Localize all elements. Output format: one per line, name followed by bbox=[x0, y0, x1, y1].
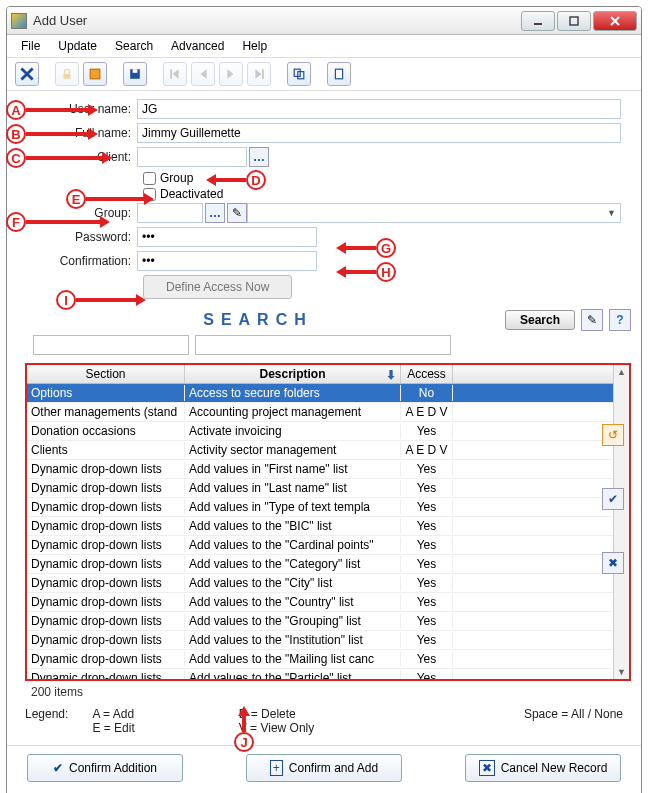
prev-icon[interactable] bbox=[191, 62, 215, 86]
table-row[interactable]: Dynamic drop-down listsAdd values to the… bbox=[27, 517, 613, 536]
table-row[interactable]: Dynamic drop-down listsAdd values in "Ty… bbox=[27, 498, 613, 517]
cell-section: Dynamic drop-down lists bbox=[27, 594, 185, 610]
table-row[interactable]: Other managements (standAccounting proje… bbox=[27, 403, 613, 422]
table-row[interactable]: Dynamic drop-down listsAdd values to the… bbox=[27, 536, 613, 555]
legend-space: Space = All / None bbox=[524, 707, 623, 721]
table-row[interactable]: Dynamic drop-down listsAdd values to the… bbox=[27, 631, 613, 650]
client-field[interactable] bbox=[137, 147, 247, 167]
table-row[interactable]: Dynamic drop-down listsAdd values to the… bbox=[27, 650, 613, 669]
confirm-and-add-button[interactable]: +Confirm and Add bbox=[246, 754, 402, 782]
col-section[interactable]: Section bbox=[27, 365, 185, 383]
confirmation-field[interactable] bbox=[137, 251, 317, 271]
cell-access: Yes bbox=[401, 594, 453, 610]
search-help-button[interactable]: ? bbox=[609, 309, 631, 331]
wrench-icon: ✖ bbox=[608, 556, 618, 570]
ellipsis-icon: … bbox=[253, 150, 265, 164]
next-icon[interactable] bbox=[219, 62, 243, 86]
cell-description: Add values in "First name" list bbox=[185, 461, 401, 477]
group-combo[interactable]: ▼ bbox=[247, 203, 621, 223]
check-icon: ✔ bbox=[608, 492, 618, 506]
cell-access: Yes bbox=[401, 670, 453, 679]
cell-access: Yes bbox=[401, 556, 453, 572]
disk-icon[interactable] bbox=[123, 62, 147, 86]
deactivated-checkbox[interactable] bbox=[143, 188, 156, 201]
group-edit-button[interactable]: ✎ bbox=[227, 203, 247, 223]
password-field[interactable] bbox=[137, 227, 317, 247]
menu-advanced[interactable]: Advanced bbox=[163, 37, 232, 55]
copy-icon[interactable] bbox=[287, 62, 311, 86]
cell-description: Add values to the "BIC" list bbox=[185, 518, 401, 534]
table-count: 200 items bbox=[25, 683, 641, 701]
table-row[interactable]: Donation occasionsActivate invoicingYes bbox=[27, 422, 613, 441]
cell-description: Add values to the "Grouping" list bbox=[185, 613, 401, 629]
search-button[interactable]: Search bbox=[505, 310, 575, 330]
pencil-icon: ✎ bbox=[232, 206, 242, 220]
sort-down-icon: ⬇ bbox=[386, 368, 396, 382]
table-row[interactable]: Dynamic drop-down listsAdd values in "La… bbox=[27, 479, 613, 498]
document-icon[interactable] bbox=[327, 62, 351, 86]
lock-icon[interactable] bbox=[55, 62, 79, 86]
cell-access: Yes bbox=[401, 651, 453, 667]
group-browse-button[interactable]: … bbox=[205, 203, 225, 223]
username-field[interactable] bbox=[137, 99, 621, 119]
side-tools-button[interactable]: ✖ bbox=[602, 552, 624, 574]
footer-buttons: ✔Confirm Addition +Confirm and Add ✖Canc… bbox=[7, 745, 641, 793]
cancel-new-record-button[interactable]: ✖Cancel New Record bbox=[465, 754, 621, 782]
maximize-button[interactable] bbox=[557, 11, 591, 31]
svg-marker-14 bbox=[255, 69, 261, 79]
cell-section: Dynamic drop-down lists bbox=[27, 556, 185, 572]
table-row[interactable]: ClientsActivity sector managementA E D V bbox=[27, 441, 613, 460]
menu-update[interactable]: Update bbox=[50, 37, 105, 55]
table-row[interactable]: Dynamic drop-down listsAdd values to the… bbox=[27, 593, 613, 612]
svg-rect-18 bbox=[335, 69, 342, 79]
group-checkbox[interactable] bbox=[143, 172, 156, 185]
table-row[interactable]: Dynamic drop-down listsAdd values to the… bbox=[27, 612, 613, 631]
table-body[interactable]: OptionsAccess to secure foldersNoOther m… bbox=[27, 384, 613, 679]
group-field[interactable] bbox=[137, 203, 203, 223]
cell-section: Dynamic drop-down lists bbox=[27, 480, 185, 496]
search-description-input[interactable] bbox=[195, 335, 451, 355]
cell-section: Dynamic drop-down lists bbox=[27, 499, 185, 515]
save-open-icon[interactable] bbox=[83, 62, 107, 86]
menu-help[interactable]: Help bbox=[234, 37, 275, 55]
close-button[interactable] bbox=[593, 11, 637, 31]
scroll-up-icon: ▲ bbox=[617, 365, 626, 379]
svg-rect-6 bbox=[63, 74, 70, 79]
first-icon[interactable] bbox=[163, 62, 187, 86]
confirm-addition-button[interactable]: ✔Confirm Addition bbox=[27, 754, 183, 782]
cell-description: Add values to the "Mailing list canc bbox=[185, 651, 401, 667]
table-row[interactable]: Dynamic drop-down listsAdd values to the… bbox=[27, 574, 613, 593]
table-row[interactable]: Dynamic drop-down listsAdd values to the… bbox=[27, 555, 613, 574]
search-section-input[interactable] bbox=[33, 335, 189, 355]
cancel-x-icon: ✖ bbox=[479, 760, 495, 776]
client-browse-button[interactable]: … bbox=[249, 147, 269, 167]
menu-file[interactable]: File bbox=[13, 37, 48, 55]
cell-section: Dynamic drop-down lists bbox=[27, 518, 185, 534]
side-orange-button[interactable]: ↺ bbox=[602, 424, 624, 446]
side-tools: ↺ ✔ ✖ bbox=[602, 424, 624, 574]
group-label: Group: bbox=[27, 206, 137, 220]
cell-section: Donation occasions bbox=[27, 423, 185, 439]
cell-description: Add values to the "Particle" list bbox=[185, 670, 401, 679]
cell-access: No bbox=[401, 385, 453, 401]
last-icon[interactable] bbox=[247, 62, 271, 86]
cell-access: Yes bbox=[401, 423, 453, 439]
password-label: Password: bbox=[27, 230, 137, 244]
col-access[interactable]: Access bbox=[401, 365, 453, 383]
menu-search[interactable]: Search bbox=[107, 37, 161, 55]
define-access-button[interactable]: Define Access Now bbox=[143, 275, 292, 299]
cell-access: Yes bbox=[401, 461, 453, 477]
table-row[interactable]: OptionsAccess to secure foldersNo bbox=[27, 384, 613, 403]
close-x-icon[interactable] bbox=[15, 62, 39, 86]
svg-rect-1 bbox=[570, 17, 578, 25]
table-row[interactable]: Dynamic drop-down listsAdd values in "Fi… bbox=[27, 460, 613, 479]
cell-section: Dynamic drop-down lists bbox=[27, 613, 185, 629]
minimize-button[interactable] bbox=[521, 11, 555, 31]
col-description[interactable]: Description⬇ bbox=[185, 365, 401, 383]
side-check-button[interactable]: ✔ bbox=[602, 488, 624, 510]
table-row[interactable]: Dynamic drop-down listsAdd values to the… bbox=[27, 669, 613, 679]
cell-description: Add values to the "Country" list bbox=[185, 594, 401, 610]
search-edit-button[interactable]: ✎ bbox=[581, 309, 603, 331]
fullname-field[interactable] bbox=[137, 123, 621, 143]
cell-description: Activity sector management bbox=[185, 442, 401, 458]
